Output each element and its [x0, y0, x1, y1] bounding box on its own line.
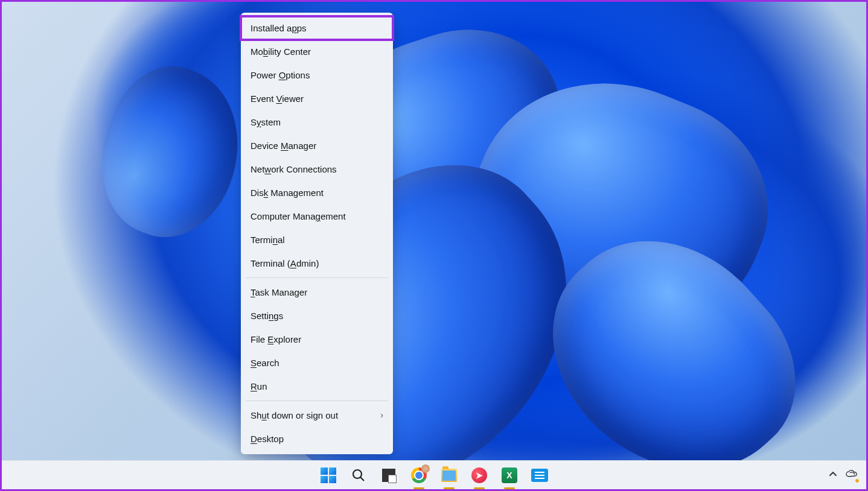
search-icon: [351, 468, 366, 483]
menu-item-run[interactable]: Run: [241, 375, 393, 398]
menu-item-label: Event Viewer: [251, 92, 304, 105]
system-tray: [829, 460, 858, 489]
menu-item-label: Mobility Center: [251, 45, 311, 58]
menu-item-label: Computer Management: [251, 210, 346, 223]
taskbar-search[interactable]: [350, 467, 367, 484]
winx-context-menu: Installed appsMobility CenterPower Optio…: [241, 13, 393, 454]
running-indicator: [474, 487, 485, 489]
menu-separator: [246, 277, 388, 278]
menu-item-label: Disk Management: [251, 186, 324, 199]
task-view[interactable]: [380, 467, 397, 484]
menu-item-search[interactable]: Search: [241, 351, 393, 375]
menu-item-label: Desktop: [251, 432, 284, 445]
running-indicator: [504, 487, 515, 489]
menu-item-label: Settings: [251, 309, 283, 322]
pinned-app-red[interactable]: ➤: [471, 467, 488, 484]
menu-item-mobility-center[interactable]: Mobility Center: [241, 40, 393, 63]
taskbar: ➤X: [2, 460, 866, 489]
app-icon: ➤: [471, 467, 487, 483]
pinned-app-blue[interactable]: [531, 467, 548, 484]
tray-expand-icon[interactable]: [829, 470, 837, 480]
menu-item-desktop[interactable]: Desktop: [241, 427, 393, 451]
menu-item-label: Run: [251, 380, 267, 393]
desktop-wallpaper[interactable]: [2, 2, 866, 460]
chevron-right-icon: ›: [380, 410, 383, 422]
menu-item-label: File Explorer: [251, 333, 301, 346]
menu-item-label: Network Connections: [251, 163, 337, 176]
windows-logo-icon: [321, 467, 336, 483]
menu-separator: [246, 401, 388, 401]
menu-item-disk-management[interactable]: Disk Management: [241, 181, 393, 204]
excel-icon: X: [502, 467, 517, 483]
menu-item-label: Device Manager: [251, 139, 316, 152]
app-icon: [531, 469, 548, 482]
file-explorer-icon: [441, 469, 457, 482]
taskbar-icons: ➤X: [320, 467, 548, 484]
chrome-profile-avatar: [421, 464, 430, 473]
menu-item-network-connections[interactable]: Network Connections: [241, 157, 393, 181]
menu-item-terminal[interactable]: Terminal: [241, 228, 393, 252]
onedrive-icon[interactable]: [846, 468, 858, 482]
menu-item-label: Installed apps: [251, 22, 307, 34]
svg-point-1: [353, 470, 362, 478]
running-indicator: [444, 487, 455, 489]
menu-item-label: Task Manager: [251, 286, 307, 299]
menu-item-task-manager[interactable]: Task Manager: [241, 280, 393, 304]
file-explorer[interactable]: [441, 467, 458, 484]
menu-item-installed-apps[interactable]: Installed apps: [241, 16, 393, 40]
menu-item-label: System: [251, 116, 281, 128]
task-view-icon: [382, 469, 395, 482]
microsoft-excel[interactable]: X: [501, 467, 518, 484]
running-indicator: [413, 487, 424, 489]
menu-item-system[interactable]: System: [241, 110, 393, 134]
menu-item-file-explorer[interactable]: File Explorer: [241, 328, 393, 351]
menu-item-shut-down[interactable]: Shut down or sign out›: [241, 404, 393, 427]
google-chrome[interactable]: [410, 467, 427, 484]
menu-item-device-manager[interactable]: Device Manager: [241, 134, 393, 157]
menu-item-label: Power Options: [251, 69, 310, 81]
menu-item-label: Shut down or sign out: [251, 409, 338, 422]
menu-item-power-options[interactable]: Power Options: [241, 63, 393, 87]
menu-item-terminal-admin[interactable]: Terminal (Admin): [241, 252, 393, 275]
menu-item-label: Terminal (Admin): [251, 257, 319, 270]
menu-item-label: Terminal: [251, 233, 285, 246]
svg-line-2: [360, 477, 364, 481]
menu-item-computer-management[interactable]: Computer Management: [241, 204, 393, 228]
start-button[interactable]: [320, 467, 337, 484]
menu-item-event-viewer[interactable]: Event Viewer: [241, 87, 393, 110]
menu-item-label: Search: [251, 356, 279, 369]
menu-item-settings[interactable]: Settings: [241, 304, 393, 328]
